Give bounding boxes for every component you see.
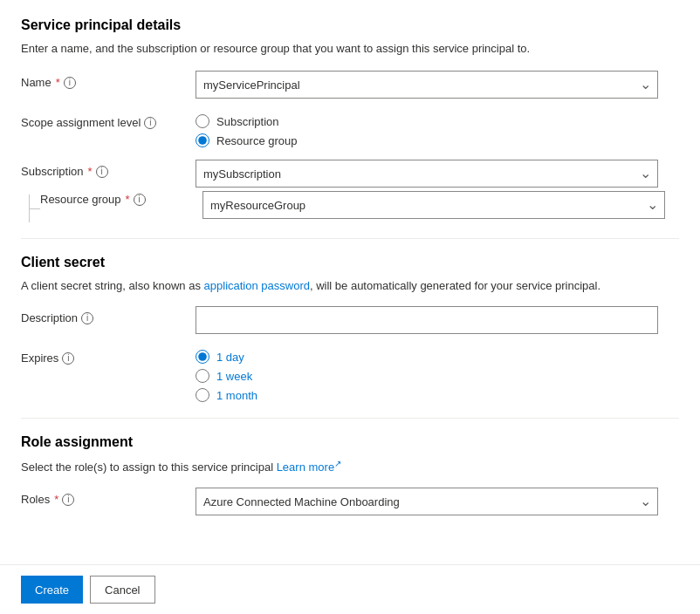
- expires-1day-radio[interactable]: [196, 350, 209, 364]
- resource-group-label-text: Resource group: [40, 193, 121, 206]
- description-label: Description i: [21, 306, 196, 324]
- role-assignment-title: Role assignment: [21, 434, 679, 450]
- client-secret-desc: A client secret string, also known as ap…: [21, 279, 679, 292]
- role-assignment-desc-plain: Select the role(s) to assign to this ser…: [21, 460, 277, 474]
- expires-radio-group: 1 day 1 week 1 month: [196, 346, 679, 402]
- roles-control: Azure Connected Machine Onboarding: [196, 488, 679, 515]
- scope-radio-group: Subscription Resource group: [196, 111, 679, 147]
- service-principal-desc: Enter a name, and the subscription or re…: [21, 42, 679, 55]
- divider-1: [21, 238, 679, 239]
- roles-label-text: Roles: [21, 493, 50, 506]
- roles-dropdown[interactable]: Azure Connected Machine Onboarding: [196, 488, 658, 515]
- resource-group-label: Resource group* i: [40, 188, 146, 206]
- scope-subscription-label: Subscription: [216, 115, 279, 128]
- divider-2: [21, 418, 679, 419]
- scope-label: Scope assignment level i: [21, 111, 196, 129]
- create-button[interactable]: Create: [21, 576, 83, 604]
- expires-label-text: Expires: [21, 351, 58, 365]
- subscription-label: Subscription* i: [21, 160, 196, 178]
- name-label-text: Name: [21, 76, 51, 89]
- resource-group-control: myResourceGroup: [202, 188, 679, 219]
- subscription-required: *: [88, 165, 93, 178]
- resource-group-info-icon[interactable]: i: [134, 194, 146, 206]
- resource-group-indent-area: Resource group* i: [21, 188, 202, 222]
- resource-group-select-wrapper: myResourceGroup: [202, 191, 665, 219]
- cancel-button[interactable]: Cancel: [90, 576, 154, 604]
- scope-resource-group-label: Resource group: [216, 134, 298, 147]
- description-input[interactable]: [196, 306, 658, 334]
- expires-label: Expires i: [21, 346, 196, 365]
- subscription-row: Subscription* i mySubscription: [21, 160, 679, 188]
- subscription-dropdown[interactable]: mySubscription: [196, 160, 658, 188]
- expires-1month-option[interactable]: 1 month: [196, 388, 679, 402]
- name-label: Name* i: [21, 71, 196, 89]
- resource-group-required: *: [126, 193, 130, 206]
- subscription-select-wrapper: mySubscription: [196, 160, 658, 188]
- client-secret-desc-plain: A client secret string, also known as: [21, 279, 204, 292]
- description-row: Description i: [21, 306, 679, 334]
- scope-row: Scope assignment level i Subscription Re…: [21, 111, 679, 147]
- scope-subscription-option[interactable]: Subscription: [196, 114, 679, 128]
- external-link-icon: ↗: [334, 459, 341, 468]
- roles-label: Roles* i: [21, 488, 196, 506]
- scope-resource-group-option[interactable]: Resource group: [196, 133, 679, 147]
- name-row: Name* i myServicePrincipal: [21, 71, 679, 99]
- subscription-info-icon[interactable]: i: [96, 166, 108, 178]
- name-control: myServicePrincipal: [196, 71, 679, 99]
- description-label-text: Description: [21, 311, 78, 324]
- expires-1month-radio[interactable]: [196, 388, 209, 402]
- expires-row: Expires i 1 day 1 week 1 month: [21, 346, 679, 402]
- expires-1week-option[interactable]: 1 week: [196, 369, 679, 383]
- expires-info-icon[interactable]: i: [62, 352, 74, 365]
- scope-info-icon[interactable]: i: [144, 117, 156, 129]
- client-secret-desc-end: , will be automatically generated for yo…: [310, 279, 600, 292]
- subscription-label-text: Subscription: [21, 165, 84, 178]
- client-secret-link[interactable]: application password: [204, 279, 310, 292]
- name-select-wrapper: myServicePrincipal: [196, 71, 658, 99]
- expires-1week-label: 1 week: [216, 370, 252, 383]
- scope-resource-group-radio[interactable]: [196, 133, 209, 147]
- expires-1day-label: 1 day: [216, 351, 244, 364]
- roles-required: *: [54, 493, 58, 506]
- scope-subscription-radio[interactable]: [196, 114, 209, 128]
- resource-group-section: Resource group* i myResourceGroup: [21, 188, 679, 222]
- learn-more-text: Learn more: [277, 460, 334, 474]
- indent-horizontal: [30, 208, 40, 209]
- resource-group-dropdown[interactable]: myResourceGroup: [202, 191, 665, 219]
- service-principal-title: Service principal details: [21, 17, 679, 33]
- name-info-icon[interactable]: i: [64, 77, 76, 89]
- name-dropdown[interactable]: myServicePrincipal: [196, 71, 658, 99]
- expires-1week-radio[interactable]: [196, 369, 209, 383]
- description-control: [196, 306, 679, 334]
- roles-select-wrapper: Azure Connected Machine Onboarding: [196, 488, 658, 515]
- scope-label-text: Scope assignment level: [21, 116, 141, 129]
- learn-more-link[interactable]: Learn more↗: [277, 460, 341, 474]
- subscription-control: mySubscription: [196, 160, 679, 188]
- name-required: *: [56, 76, 60, 89]
- roles-row: Roles* i Azure Connected Machine Onboard…: [21, 488, 679, 515]
- footer: Create Cancel: [0, 564, 700, 614]
- description-info-icon[interactable]: i: [81, 312, 93, 324]
- client-secret-title: Client secret: [21, 255, 679, 270]
- role-assignment-desc: Select the role(s) to assign to this ser…: [21, 459, 679, 474]
- expires-1month-label: 1 month: [216, 389, 257, 402]
- expires-1day-option[interactable]: 1 day: [196, 350, 679, 364]
- roles-info-icon[interactable]: i: [62, 494, 74, 506]
